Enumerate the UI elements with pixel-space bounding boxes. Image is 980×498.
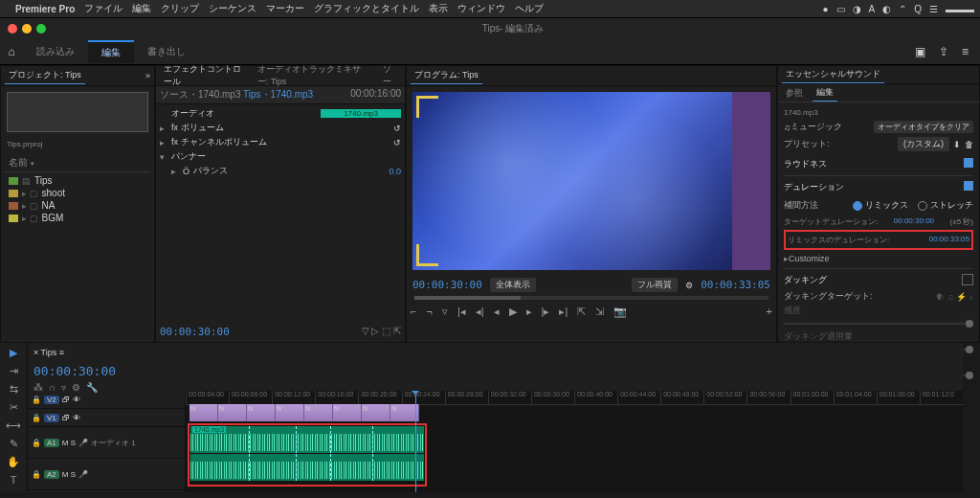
duration-section[interactable]: デュレーション (784, 181, 844, 193)
menu-help[interactable]: ヘルプ (515, 2, 544, 15)
fx-balance[interactable]: ▸Öバランス0.0 (156, 164, 405, 178)
type-tool-icon[interactable]: T (11, 474, 17, 486)
lock-icon[interactable]: 🔒 (32, 414, 41, 422)
es-edit-tab[interactable]: 編集 (813, 84, 837, 102)
settings-icon[interactable]: ⚙ (685, 281, 693, 290)
eye-icon[interactable]: 👁 (73, 414, 80, 422)
audio-clip-right[interactable] (190, 454, 424, 481)
lock-icon[interactable]: 🔒 (32, 396, 41, 404)
track-a1-header[interactable]: 🔒A1M S🎤オーディオ 1 (28, 427, 185, 459)
name-column[interactable]: 名前 ▾ (5, 154, 150, 172)
playhead[interactable] (415, 391, 416, 492)
lift-icon[interactable]: ⇱ (577, 306, 586, 318)
program-scrubber[interactable] (414, 296, 768, 300)
track-content[interactable]: 00:00:04:0000:00:08:0000:00:12:0000:00:1… (186, 391, 963, 492)
duration-checkbox[interactable] (964, 181, 973, 191)
mark-out-icon[interactable]: ¬ (426, 306, 432, 318)
menu-sequence[interactable]: シーケンス (209, 2, 256, 15)
pen-tool-icon[interactable]: ✎ (10, 438, 18, 450)
razor-tool-icon[interactable]: ✂ (10, 401, 18, 414)
menu-edit[interactable]: 編集 (132, 2, 151, 15)
step-back-icon[interactable]: ◂| (476, 306, 484, 318)
program-monitor[interactable] (412, 92, 770, 270)
clip-link[interactable]: Tips・1740.mp3 (243, 89, 313, 100)
add-marker-icon[interactable]: ▿ (442, 306, 448, 318)
slip-tool-icon[interactable]: ⟷ (6, 419, 21, 432)
menu-window[interactable]: ウィンドウ (457, 2, 505, 15)
preset-save-icon[interactable]: ⬇ (953, 140, 961, 149)
ducking-checkbox[interactable] (962, 274, 973, 285)
step-fwd-icon[interactable]: |▸ (542, 306, 550, 318)
go-in-icon[interactable]: |◂ (457, 306, 466, 318)
fx-channel-volume[interactable]: ▸fx チャンネルボリューム↺ (156, 135, 405, 149)
sensitivity-slider[interactable] (784, 323, 973, 325)
menu-graphics[interactable]: グラフィックとタイトル (314, 2, 419, 15)
prev-frame-icon[interactable]: ◂ (494, 306, 500, 318)
time-ruler[interactable]: 00:00:04:0000:00:08:0000:00:12:0000:00:1… (186, 391, 963, 405)
zoom-select[interactable]: 全体表示 (490, 278, 536, 292)
preset-delete-icon[interactable]: 🗑 (965, 140, 973, 149)
lock-icon[interactable]: 🔒 (32, 470, 41, 479)
track-v2-header[interactable]: 🔒V2🗗👁 (28, 391, 185, 409)
audio-clip-left[interactable]: 1740.mp3 (190, 426, 424, 453)
video-clip[interactable]: fxfxfxfxfxfxfxfx (189, 404, 419, 421)
menu-view[interactable]: 表示 (429, 2, 448, 15)
track-select-tool-icon[interactable]: ⇥ (10, 365, 18, 377)
essential-sound-tab[interactable]: エッセンシャルサウンド (782, 66, 884, 83)
button-editor-icon[interactable]: + (767, 306, 772, 318)
effect-tools[interactable]: ▽ ▷ ⬚ ⇱ (362, 326, 401, 338)
ripple-tool-icon[interactable]: ⇆ (10, 383, 18, 396)
export-frame-icon[interactable]: 📷 (613, 306, 627, 318)
loudness-section[interactable]: ラウドネス (784, 158, 827, 170)
search-icon[interactable]: Q (914, 4, 922, 14)
clear-audio-type-button[interactable]: オーディオタイプをクリア (874, 121, 973, 133)
bin-bgm[interactable]: ▸ ▢BGM (5, 212, 150, 224)
play-icon[interactable]: ▶ (509, 306, 517, 318)
quality-select[interactable]: フル画質 (632, 278, 678, 292)
stretch-radio[interactable]: ストレッチ (918, 199, 973, 212)
track-a2-header[interactable]: 🔒A2M S🎤 (28, 459, 185, 490)
project-tab[interactable]: プロジェクト: Tips (5, 67, 85, 84)
menu-file[interactable]: ファイル (84, 2, 122, 15)
fx-panner[interactable]: ▾パンナー (156, 149, 405, 164)
panel-menu-icon[interactable]: » (145, 71, 150, 80)
bin-na[interactable]: ▸ ▢NA (5, 199, 150, 212)
sync-icon[interactable]: ▣ (915, 45, 925, 58)
track-v1-header[interactable]: 🔒V1🗗👁 (28, 409, 185, 427)
tab-export[interactable]: 書き出し (134, 41, 199, 62)
customize-toggle[interactable]: Customize (789, 254, 973, 263)
mark-in-icon[interactable]: ⌐ (411, 306, 416, 318)
extract-icon[interactable]: ⇲ (595, 306, 604, 318)
program-timecode-left[interactable]: 00:00:30:00 (412, 279, 482, 291)
program-timecode-right[interactable]: 00:00:33:05 (701, 279, 770, 291)
close-window[interactable] (8, 24, 17, 34)
target-duration-value[interactable]: 00:00:30:00 (894, 216, 934, 227)
menu-marker[interactable]: マーカー (266, 2, 304, 15)
control-center-icon[interactable]: ☰ (929, 4, 938, 14)
es-reference-tab[interactable]: 参照 (782, 85, 807, 102)
menu-clip[interactable]: クリップ (161, 2, 199, 15)
loudness-checkbox[interactable] (964, 158, 973, 168)
ducking-section[interactable]: ダッキング (784, 274, 827, 286)
preview-thumbnail[interactable] (7, 92, 148, 132)
workspace-menu-icon[interactable]: ≡ (962, 45, 969, 58)
maximize-window[interactable] (36, 24, 46, 34)
timeline-timecode[interactable]: 00:00:30:00 (33, 364, 116, 378)
hand-tool-icon[interactable]: ✋ (7, 456, 20, 468)
eye-icon[interactable]: 👁 (73, 396, 80, 404)
bin-shoot[interactable]: ▸ ▢shoot (5, 187, 150, 199)
fx-volume[interactable]: ▸fx ボリューム↺ (156, 121, 405, 135)
sequence-name[interactable]: × Tips ≡ (33, 348, 64, 357)
go-out-icon[interactable]: ▸| (559, 306, 568, 318)
tab-import[interactable]: 読み込み (23, 41, 88, 62)
remix-radio[interactable]: リミックス (853, 199, 908, 212)
home-button[interactable]: ⌂ (0, 45, 23, 58)
mic-icon[interactable]: 🎤 (78, 439, 88, 447)
program-tab[interactable]: プログラム: Tips (411, 67, 482, 84)
preset-select[interactable]: (カスタム) (898, 137, 949, 151)
mic-icon[interactable]: 🎤 (78, 470, 88, 479)
audio-section[interactable]: オーディオ1740.mp3 (156, 106, 405, 121)
lock-icon[interactable]: 🔒 (32, 439, 41, 447)
share-icon[interactable]: ⇪ (939, 45, 948, 58)
minimize-window[interactable] (22, 24, 32, 34)
